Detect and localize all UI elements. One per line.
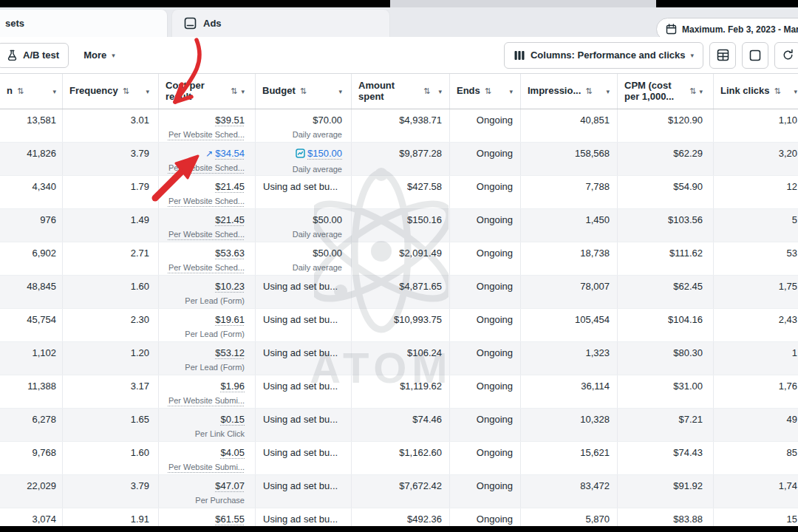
cost-value[interactable]: $39.51	[215, 115, 245, 126]
tab-ad-sets[interactable]: sets	[0, 9, 168, 37]
link-clicks-cell: 1,75	[714, 276, 798, 308]
column-header-results[interactable]: n ⇅ ▾	[0, 74, 63, 109]
amount-spent-cell: $1,119.62	[352, 375, 450, 408]
frequency-cell: 3.17	[63, 375, 159, 408]
top-strip-black-right	[656, 0, 798, 7]
sort-icon[interactable]: ⇅	[423, 86, 430, 96]
column-header-amount-spent[interactable]: Amount spent ⇅ ▾	[352, 74, 450, 109]
budget-value[interactable]: Using ad set bu...	[263, 447, 342, 459]
budget-value[interactable]: $50.00	[256, 214, 342, 226]
table-row[interactable]: 41,826 3.79 ↗$34.54 Per Website Sched...…	[0, 143, 798, 176]
budget-value[interactable]: Using ad set bu...	[263, 281, 342, 293]
table-row[interactable]: 1,102 1.20 $53.12 Per Lead (Form) Using …	[0, 342, 798, 375]
cost-value[interactable]: $4.05	[220, 447, 245, 458]
frequency-cell: 3.79	[63, 143, 159, 175]
table-row[interactable]: 48,845 1.60 $10.23 Per Lead (Form) Using…	[0, 276, 798, 309]
chevron-down-icon[interactable]: ▾	[606, 88, 610, 95]
budget-value[interactable]: Using ad set bu...	[263, 314, 342, 326]
export-button[interactable]	[774, 42, 798, 69]
chevron-down-icon[interactable]: ▾	[438, 88, 442, 95]
budget-value[interactable]: Using ad set bu...	[263, 381, 342, 392]
cost-value[interactable]: $34.54	[215, 148, 245, 159]
sort-icon[interactable]: ⇅	[123, 86, 129, 96]
table-row[interactable]: 9,768 1.60 $4.05 Per Website Submi... Us…	[0, 442, 798, 475]
table-row[interactable]: 4,340 1.79 $21.45 Per Website Sched... U…	[0, 176, 798, 209]
chevron-down-icon[interactable]: ▾	[52, 88, 56, 95]
sort-icon[interactable]: ⇅	[17, 86, 24, 96]
budget-value[interactable]: Using ad set bu...	[263, 514, 342, 525]
ends-cell: Ongoing	[450, 475, 521, 508]
amount-spent-cell: $427.58	[352, 176, 450, 208]
cost-value[interactable]: $21.45	[215, 181, 245, 192]
cost-result-type: Per Link Click	[159, 428, 245, 440]
cost-value[interactable]: $53.12	[215, 347, 245, 358]
cpm-cell: $104.16	[618, 309, 714, 341]
budget-value[interactable]: $70.00	[256, 115, 342, 126]
chevron-down-icon[interactable]: ▾	[338, 88, 342, 95]
column-header-link-clicks[interactable]: Link clicks ⇅ ▾	[714, 74, 798, 109]
impressions-cell: 158,568	[521, 143, 618, 175]
column-header-frequency[interactable]: Frequency ⇅ ▾	[63, 74, 159, 109]
budget-value[interactable]: $150.00	[256, 148, 342, 161]
cost-value[interactable]: $19.61	[215, 314, 245, 325]
table-row[interactable]: 45,754 2.30 $19.61 Per Lead (Form) Using…	[0, 309, 798, 342]
table-row[interactable]: 6,278 1.65 $0.15 Per Link Click Using ad…	[0, 409, 798, 442]
sort-icon[interactable]: ⇅	[231, 86, 237, 96]
expand-button[interactable]	[742, 42, 768, 69]
chevron-down-icon: ▾	[112, 52, 115, 59]
table-row[interactable]: 6,902 2.71 $53.63 Per Website Sched... $…	[0, 242, 798, 276]
sort-icon[interactable]: ⇅	[774, 86, 780, 96]
column-header-cpm[interactable]: CPM (cost per 1,000... ⇅ ▾	[618, 74, 714, 109]
link-clicks-cell: 85	[714, 442, 798, 474]
chevron-down-icon[interactable]: ▾	[794, 88, 797, 95]
cpm-cell: $62.29	[618, 143, 714, 175]
cost-value[interactable]: $47.07	[215, 480, 245, 491]
cost-value[interactable]: $53.63	[215, 248, 245, 259]
budget-cell: Using ad set bu...	[256, 276, 352, 308]
calendar-icon	[666, 24, 677, 35]
table-row[interactable]: 976 1.49 $21.45 Per Website Sched... $50…	[0, 209, 798, 242]
chevron-down-icon[interactable]: ▾	[146, 88, 149, 95]
impressions-cell: 36,114	[521, 375, 618, 408]
cost-result-type: Per Website Sched...	[159, 262, 245, 273]
cost-value[interactable]: $21.45	[215, 214, 245, 225]
bottom-strip	[0, 526, 798, 532]
cost-value[interactable]: $10.23	[215, 281, 245, 292]
cost-value[interactable]: $61.55	[215, 514, 245, 525]
cost-value[interactable]: $1.96	[220, 381, 245, 392]
ends-cell: Ongoing	[450, 342, 521, 375]
sort-icon[interactable]: ⇅	[300, 86, 307, 96]
impressions-cell: 1,450	[521, 209, 618, 242]
columns-button[interactable]: Columns: Performance and clicks ▾	[504, 42, 703, 69]
cost-per-result-cell: ↗$34.54 Per Website Sched...	[159, 143, 256, 175]
tab-ad-sets-label: sets	[5, 18, 24, 29]
budget-value[interactable]: Using ad set bu...	[263, 414, 342, 426]
more-button[interactable]: More ▾	[78, 43, 121, 68]
amount-spent-cell: $106.24	[352, 342, 450, 375]
cpm-cell: $31.00	[618, 375, 714, 408]
column-header-cost-per-result[interactable]: Cost per result ⇅ ▾	[159, 74, 256, 109]
column-header-budget[interactable]: Budget ⇅ ▾	[256, 74, 352, 109]
chevron-down-icon[interactable]: ▾	[509, 88, 513, 95]
sort-icon[interactable]: ⇅	[689, 86, 696, 96]
budget-value[interactable]: Using ad set bu...	[263, 480, 342, 492]
tab-ads[interactable]: Ads	[171, 9, 390, 37]
table-row[interactable]: 13,581 3.01 $39.51 Per Website Sched... …	[0, 109, 798, 143]
chevron-down-icon[interactable]: ▾	[699, 88, 703, 95]
cost-value[interactable]: $0.15	[220, 414, 245, 425]
breakdown-button[interactable]	[709, 42, 736, 69]
table-row[interactable]: 22,029 3.79 $47.07 Per Purchase Using ad…	[0, 475, 798, 508]
budget-value[interactable]: $50.00	[256, 248, 342, 259]
table-row[interactable]: 11,388 3.17 $1.96 Per Website Submi... U…	[0, 375, 798, 409]
impressions-cell: 7,788	[521, 176, 618, 208]
chevron-down-icon[interactable]: ▾	[241, 88, 245, 95]
sort-icon[interactable]: ⇅	[585, 86, 592, 96]
frequency-cell: 1.49	[63, 209, 159, 242]
budget-value[interactable]: Using ad set bu...	[263, 181, 342, 193]
sort-icon[interactable]: ⇅	[485, 86, 491, 96]
column-header-ends[interactable]: Ends ⇅ ▾	[450, 74, 521, 109]
budget-value[interactable]: Using ad set bu...	[263, 347, 342, 359]
table-body: 13,581 3.01 $39.51 Per Website Sched... …	[0, 109, 798, 532]
ab-test-button[interactable]: A/B test	[0, 43, 69, 68]
column-header-impressions[interactable]: Impressio... ⇅ ▾	[521, 74, 618, 109]
